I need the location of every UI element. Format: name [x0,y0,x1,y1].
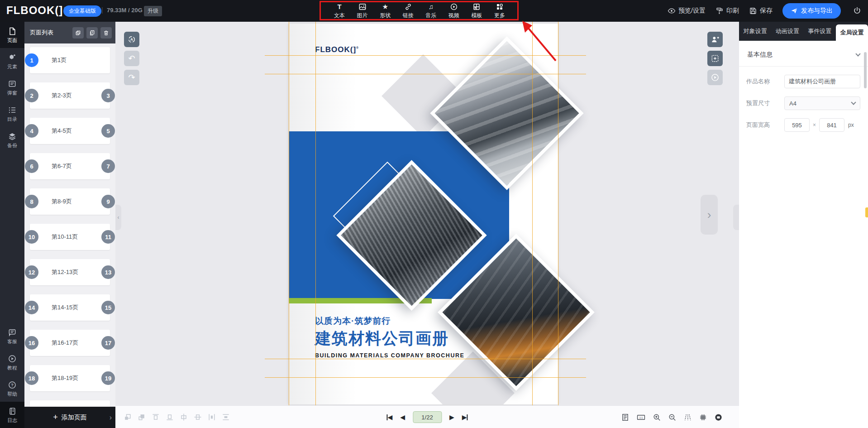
theme-toggle-icon[interactable] [714,413,723,422]
sidebar-item-tutorial[interactable]: 教程 [0,349,24,375]
add-page-button[interactable]: + 添加页面 › [24,407,115,428]
sidebar-item-log[interactable]: 日志 [0,402,24,428]
page-list: 1 第1页 2 第2-3页 3 4 第4-5页 5 6 第6-7页 7 8 第8… [24,43,115,407]
page-item-2-3[interactable]: 2 第2-3页 3 [30,82,110,109]
page-item-12-13[interactable]: 12 第12-13页 13 [30,259,110,285]
sidebar-item-catalog[interactable]: 目录 [0,101,24,127]
last-page-button[interactable]: ▶ [462,414,468,421]
top-bar: FLBOOK(]® 企业基础版 | 79.33M / 20G 升级 T 文本 图… [0,0,868,22]
duplicate-page-button[interactable] [72,27,84,38]
autosave-button[interactable]: A [124,32,139,47]
toolbar-shape-button[interactable]: ★ 形状 [376,3,394,19]
zoom-out-icon[interactable] [668,413,677,422]
save-button[interactable]: 保存 [749,7,773,15]
distribute-horizontal-icon[interactable] [207,412,217,422]
toolbar-link-button[interactable]: 链接 [399,3,417,19]
sidebar-item-help[interactable]: ? 帮助 [0,375,24,402]
svg-text:A: A [130,37,133,42]
toolbar-image-button[interactable]: 图片 [353,3,372,19]
page-item-label: 第10-11页 [52,233,78,241]
align-bottom-icon[interactable] [165,412,175,422]
delete-page-button[interactable] [100,27,112,38]
toolbar-video-button[interactable]: 视频 [445,3,463,19]
element-icon [8,53,17,62]
previous-page-button[interactable]: ◀ [400,414,405,421]
top-actions: 预览/设置 印刷 保存 发布与导出 [668,0,864,22]
basic-info-section-header[interactable]: 基本信息 [739,41,868,67]
power-exit-icon[interactable] [853,6,862,15]
toolbar-music-button[interactable]: ♫ 音乐 [422,3,440,19]
align-top-icon[interactable] [151,412,161,422]
send-backward-icon[interactable] [137,412,147,422]
next-page-flip-button[interactable]: › [701,195,718,235]
sidebar-item-elements[interactable]: 元素 [0,48,24,74]
collapse-right-panel-handle[interactable] [733,205,739,230]
preview-settings-button[interactable]: 预览/设置 [668,7,706,15]
page-item-partial[interactable] [30,400,110,407]
zoom-in-icon[interactable] [653,413,661,422]
times-symbol: × [813,122,816,128]
align-center-horizontal-icon[interactable] [193,412,203,422]
page-indicator[interactable]: 1/22 [413,411,442,423]
page-item-label: 第14-15页 [52,303,78,312]
toolbar-template-button[interactable]: 模板 [467,3,486,19]
cover-subtitle: BUILDING MATERIALS COMPANY BROCHURE [315,352,464,359]
publish-export-button[interactable]: 发布与导出 [782,3,841,19]
sidebar-item-support[interactable]: 客服 [0,323,24,349]
collapse-panel-handle[interactable]: ‹ [115,205,121,230]
copy-page-button[interactable] [86,27,98,38]
insert-page-button[interactable] [707,51,723,66]
distribute-vertical-icon[interactable] [221,412,231,422]
preset-size-select[interactable]: A4 [784,96,860,110]
page-number-badge: 6 [25,159,38,173]
page-item-6-7[interactable]: 6 第6-7页 7 [30,153,110,179]
next-page-button[interactable]: ▶ [449,414,454,421]
single-page-view-icon[interactable] [621,413,630,422]
page-number-badge: 18 [25,371,38,385]
grid-toggle-icon[interactable] [699,413,707,422]
panel-scrollbar[interactable] [864,52,867,88]
actual-size-icon[interactable]: 1:1 [636,413,646,422]
page-item-18-19[interactable]: 18 第18-19页 19 [30,365,110,391]
preview-play-button[interactable] [707,70,723,85]
tab-animation-settings[interactable]: 动画设置 [771,22,803,41]
page-number-badge: 3 [101,89,115,102]
toolbar-text-button[interactable]: T 文本 [330,3,348,19]
tab-event-settings[interactable]: 事件设置 [804,22,836,41]
page-list-header: 页面列表 [24,22,115,43]
preset-size-row: 预置尺寸 A4 [739,96,868,110]
redo-icon: ↷ [128,73,135,82]
document-page[interactable]: FLBOOK(]® 以质为本·筑梦前行 建筑材料公司画册 BUILDING MA… [289,24,558,404]
tab-global-settings[interactable]: 全局设置 [836,24,868,41]
page-item-1[interactable]: 1 第1页 [30,47,110,73]
bring-forward-icon[interactable] [123,412,133,422]
undo-button[interactable]: ↶ [124,51,139,66]
page-item-label: 第4-5页 [52,127,72,135]
page-item-10-11[interactable]: 10 第10-11页 11 [30,224,110,250]
collaborator-add-button[interactable] [707,32,723,47]
print-button[interactable]: 印刷 [715,7,739,15]
page-item-4-5[interactable]: 4 第4-5页 5 [30,118,110,144]
align-tools [123,406,231,428]
page-item-14-15[interactable]: 14 第14-15页 15 [30,294,110,321]
page-number-badge: 11 [101,230,115,244]
guides-toggle-icon[interactable] [683,413,692,422]
page-item-16-17[interactable]: 16 第16-17页 17 [30,330,110,356]
align-center-vertical-icon[interactable] [179,412,189,422]
upgrade-button[interactable]: 升级 [144,6,162,16]
redo-button[interactable]: ↷ [124,70,139,85]
page-item-8-9[interactable]: 8 第8-9页 9 [30,188,110,215]
image-icon [358,3,367,11]
toolbar-more-button[interactable]: 更多 [491,3,509,19]
tab-object-settings[interactable]: 对象设置 [739,22,771,41]
sidebar-item-backup[interactable]: 备份 [0,127,24,153]
work-name-input[interactable] [784,75,860,88]
plan-badge: 企业基础版 [63,5,101,17]
first-page-button[interactable]: ◀ [386,414,392,421]
sidebar-item-popup[interactable]: 弹窗 [0,74,24,101]
sidebar-item-pages[interactable]: 页面 [0,22,24,48]
svg-text:?: ? [11,383,14,387]
page-height-input[interactable] [819,118,844,132]
page-width-input[interactable] [784,118,810,132]
app-logo[interactable]: FLBOOK(]® [6,4,67,17]
